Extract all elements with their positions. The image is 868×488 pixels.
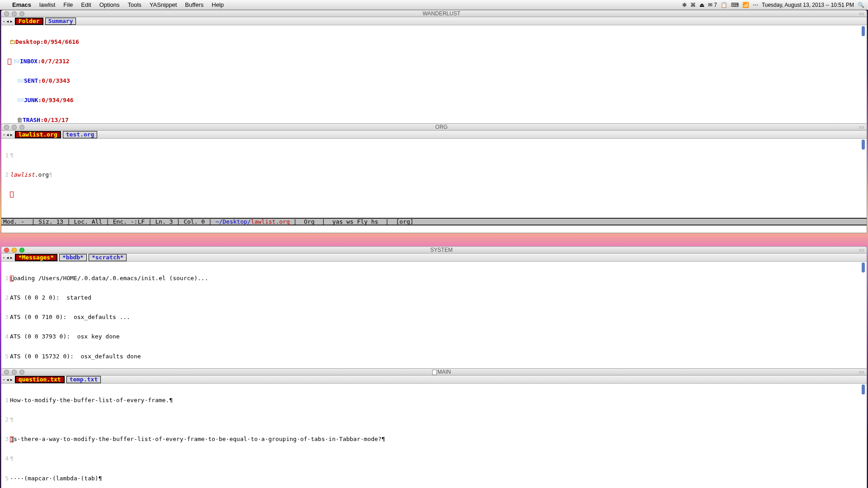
minimize-icon[interactable]	[12, 370, 17, 375]
folder-icon: 🗀	[9, 38, 15, 45]
mailbox-icon: 📨	[13, 58, 20, 65]
menu-tools[interactable]: Tools	[124, 1, 146, 8]
frame-system: SYSTEM ▭ -◂▸ *Messages* *bbdb* *scratch*…	[1, 246, 867, 352]
folder-root: Desktop:0/954/6616	[15, 38, 79, 45]
line-number: 4	[2, 333, 9, 340]
menu-help[interactable]: Help	[208, 1, 228, 8]
titlebar-toggle-icon[interactable]: ▭	[855, 247, 864, 253]
tabbar: -◂▸ lawlist.org test.org	[1, 131, 867, 139]
scrollbar[interactable]	[862, 140, 865, 150]
titlebar-toggle-icon[interactable]: ▭	[855, 124, 864, 130]
tabbar-controls[interactable]: -◂▸	[2, 254, 13, 261]
document-icon	[432, 370, 437, 375]
buffer-org[interactable]: 1¶ 2lawlist.org¶	[1, 139, 867, 218]
close-icon[interactable]	[4, 370, 9, 375]
tab-lawlist-org[interactable]: lawlist.org	[15, 131, 61, 138]
echo-area	[1, 225, 867, 233]
cursor	[10, 192, 14, 197]
zoom-icon[interactable]	[19, 125, 24, 130]
tab-summary[interactable]: Summary	[45, 18, 76, 25]
menu-buffers[interactable]: Buffers	[181, 1, 208, 8]
scrollbar[interactable]	[862, 263, 865, 272]
line-number: 3	[2, 436, 9, 442]
minimize-icon[interactable]	[12, 125, 17, 130]
status-icon[interactable]: ⋯	[753, 2, 758, 8]
zoom-icon[interactable]	[19, 248, 24, 253]
tab-test-org[interactable]: test.org	[63, 131, 98, 138]
message-line: ATS (0 0 3793 0): osx key done	[10, 333, 120, 340]
text-line: s·there·a·way·to·modify·the·buffer-list·…	[14, 436, 385, 442]
scrollbar[interactable]	[862, 26, 865, 36]
close-icon[interactable]	[4, 248, 9, 253]
org-keyword: lawlist	[10, 171, 35, 178]
status-icon[interactable]: ⌨	[731, 2, 739, 8]
tabbar-controls[interactable]: -◂▸	[2, 18, 13, 24]
menu-emacs[interactable]: Emacs	[8, 1, 35, 8]
folder-item[interactable]: TRASH	[23, 117, 40, 123]
pilcrow: ¶	[49, 171, 52, 178]
folder-counts: :0/7/2312	[38, 58, 69, 65]
folder-counts: :0/13/17	[40, 117, 69, 123]
status-icon[interactable]: 📋	[721, 2, 727, 8]
menu-file[interactable]: File	[59, 1, 77, 8]
line-number: 1	[2, 152, 9, 159]
frame-title: SYSTEM	[28, 247, 855, 253]
folder-item[interactable]: JUNK	[24, 97, 38, 103]
tab-scratch[interactable]: *scratch*	[89, 254, 127, 261]
tabbar-controls[interactable]: -◂▸	[2, 376, 13, 383]
folder-item[interactable]: INBOX	[20, 58, 38, 65]
menu-edit[interactable]: Edit	[77, 1, 95, 8]
tab-bbdb[interactable]: *bbdb*	[59, 254, 87, 261]
line-number: 2	[2, 417, 9, 423]
buffer-text[interactable]: 1How·to·modify·the·buffer-list·of·every·…	[1, 384, 867, 488]
mac-menubar: Emacs lawlist File Edit Options Tools YA…	[0, 0, 868, 10]
text-line: ¶	[10, 455, 14, 462]
message-line: ATS (0 0 2 0): started	[10, 294, 91, 301]
titlebar[interactable]: MAIN ▭	[1, 368, 867, 375]
status-icon[interactable]: ⌘	[690, 2, 696, 8]
cursor	[8, 59, 11, 65]
frame-title: WANDERLUST	[28, 10, 855, 17]
titlebar[interactable]: ORG ▭	[1, 123, 867, 131]
status-icon[interactable]: ⏏	[699, 2, 704, 8]
close-icon[interactable]	[4, 11, 9, 16]
tabbar: -◂▸ Folder Summary	[1, 17, 867, 25]
pilcrow: ¶	[10, 152, 14, 159]
folder-counts: :0/0/3343	[38, 77, 70, 84]
clock[interactable]: Tuesday, August 13, 2013 -- 10:51 PM	[762, 2, 854, 8]
close-icon[interactable]	[4, 125, 9, 130]
status-icon[interactable]: ✻	[682, 2, 687, 8]
tab-folder[interactable]: Folder	[15, 18, 43, 25]
modeline: Mod. - | Siz. 13 | Loc. All | Enc. -:LF …	[1, 218, 867, 225]
folder-item[interactable]: SENT	[24, 77, 38, 84]
menu-lawlist[interactable]: lawlist	[35, 1, 59, 8]
tab-messages[interactable]: *Messages*	[15, 254, 57, 261]
zoom-icon[interactable]	[19, 370, 24, 375]
wifi-icon[interactable]: 📶	[742, 2, 749, 8]
titlebar[interactable]: SYSTEM ▭	[1, 246, 867, 253]
menu-options[interactable]: Options	[95, 1, 124, 8]
tab-temp-txt[interactable]: temp.txt	[66, 376, 101, 383]
minimize-icon[interactable]	[12, 248, 17, 253]
trash-icon: 🗑	[17, 117, 23, 123]
titlebar-toggle-icon[interactable]: ▭	[855, 10, 864, 17]
tabbar: -◂▸ *Messages* *bbdb* *scratch*	[1, 253, 867, 262]
spotlight-icon[interactable]: 🔍	[858, 2, 864, 8]
scrollbar[interactable]	[862, 385, 865, 394]
tab-question-txt[interactable]: question.txt	[15, 376, 65, 383]
titlebar-toggle-icon[interactable]: ▭	[855, 369, 864, 375]
message-line: ATS (0 0 710 0): osx_defaults ...	[10, 314, 130, 320]
titlebar[interactable]: WANDERLUST ▭	[1, 10, 867, 17]
mail-icon[interactable]: ✉ 7	[708, 2, 717, 8]
frame-main: MAIN ▭ -◂▸ question.txt temp.txt 1How·to…	[1, 368, 867, 468]
line-number: 1	[2, 397, 9, 404]
menu-yasnippet[interactable]: YASnippet	[146, 1, 181, 8]
text-line: How·to·modify·the·buffer-list·of·every·f…	[10, 397, 173, 404]
tabbar-controls[interactable]: -◂▸	[2, 131, 13, 138]
minimize-icon[interactable]	[12, 11, 17, 16]
line-number: 4	[2, 455, 9, 462]
line-number: 2	[2, 172, 9, 178]
zoom-icon[interactable]	[19, 11, 24, 16]
message-line: oading /Users/HOME/.0.data/.0.emacs/init…	[14, 275, 208, 282]
frame-wanderlust: WANDERLUST ▭ -◂▸ Folder Summary 🗀Desktop…	[1, 10, 867, 112]
